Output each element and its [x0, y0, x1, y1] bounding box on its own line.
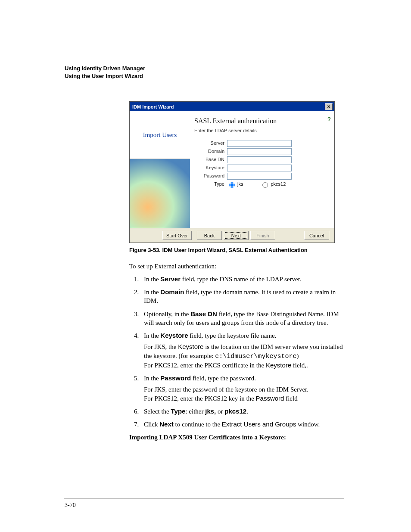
wizard-sidebar: Import Users: [130, 111, 190, 228]
intro-text: To set up External authentication:: [129, 262, 344, 271]
wizard-button-row: Start Over Back Next Finish Cancel: [130, 228, 334, 243]
cancel-button[interactable]: Cancel: [304, 231, 329, 240]
finish-button: Finish: [250, 231, 275, 240]
figure-caption: Figure 3-53. IDM User Import Wizard, SAS…: [129, 246, 344, 254]
password-label: Password: [194, 173, 227, 179]
type-jks-option[interactable]: jks: [227, 181, 243, 188]
step-1: In the Server field, type the DNS name o…: [140, 275, 344, 283]
step-3: Optionally, in the Base DN field, type t…: [140, 310, 344, 327]
wizard-content: ? SASL External authentication Enter the…: [190, 111, 334, 228]
header-line-1: Using Identity Driven Manager: [65, 65, 344, 72]
wizard-step-label: Import Users: [130, 111, 190, 159]
steps-list: In the Server field, type the DNS name o…: [129, 275, 344, 429]
running-header: Using Identity Driven Manager Using the …: [65, 65, 344, 80]
type-pkcs12-option[interactable]: pkcs12: [260, 181, 286, 188]
help-icon[interactable]: ?: [327, 115, 331, 123]
start-over-button[interactable]: Start Over: [162, 231, 192, 240]
server-label: Server: [194, 140, 227, 146]
wizard-title: IDM Import Wizard: [132, 104, 174, 110]
step-4: In the Keystore field, type the keystore…: [140, 331, 344, 370]
step-6: Select the Type: either jks, or pkcs12.: [140, 407, 344, 416]
wizard-subheading: Enter the LDAP server details: [194, 128, 330, 134]
keystore-input[interactable]: [227, 165, 292, 171]
type-jks-radio[interactable]: [229, 182, 235, 188]
page-number: 3-70: [65, 501, 76, 510]
basedn-input[interactable]: [227, 156, 292, 163]
wizard-titlebar: IDM Import Wizard ✕: [130, 102, 334, 111]
domain-label: Domain: [194, 148, 227, 155]
back-button[interactable]: Back: [197, 231, 222, 240]
type-pkcs12-radio[interactable]: [262, 182, 268, 188]
wizard-heading: SASL External authentication: [194, 116, 330, 126]
step-7: Click Next to continue to the Extract Us…: [140, 420, 344, 429]
subsection-heading: Importing LDAP X509 User Certificates in…: [129, 433, 344, 442]
footer-rule: [64, 498, 344, 498]
wizard-window: IDM Import Wizard ✕ Import Users ? SASL …: [129, 101, 335, 243]
step-2: In the Domain field, type the domain nam…: [140, 288, 344, 305]
next-button[interactable]: Next: [224, 231, 249, 240]
body-text: To set up External authentication: In th…: [129, 262, 344, 442]
close-icon[interactable]: ✕: [325, 103, 333, 110]
server-input[interactable]: [227, 140, 292, 147]
type-label: Type: [194, 181, 227, 187]
password-input[interactable]: [227, 173, 292, 180]
step-5: In the Password field, type the password…: [140, 374, 344, 403]
figure: IDM Import Wizard ✕ Import Users ? SASL …: [129, 101, 344, 254]
type-jks-text: jks: [237, 181, 243, 187]
type-pkcs12-text: pkcs12: [271, 181, 286, 187]
domain-input[interactable]: [227, 148, 292, 155]
header-line-2: Using the User Import Wizard: [65, 72, 344, 80]
keystore-label: Keystore: [194, 165, 227, 171]
basedn-label: Base DN: [194, 156, 227, 163]
wizard-sidebar-image: [130, 159, 190, 228]
